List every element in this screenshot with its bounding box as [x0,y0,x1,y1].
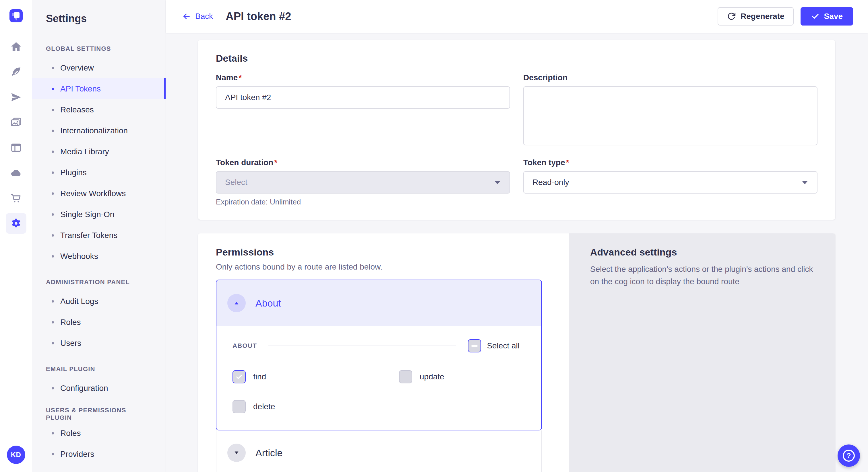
bullet-icon [52,387,54,390]
content-type-builder-layout-icon[interactable] [6,137,26,158]
chevron-down-icon [801,180,808,185]
token-type-label: Token type* [523,158,817,167]
permissions-heading: Permissions [216,247,542,258]
page-title: API token #2 [226,10,291,23]
name-input[interactable] [216,86,510,109]
select-all-control: Select all [468,339,520,352]
action-update: update [399,370,520,383]
strapi-logo-icon[interactable] [9,9,23,22]
sidebar-section-label: ADMINISTRATION PANEL [32,276,166,288]
sidebar-section-global-settings: GLOBAL SETTINGS Overview API Tokens Rele… [32,43,166,267]
sidebar-item-api-tokens[interactable]: API Tokens [32,78,166,99]
back-link[interactable]: Back [182,12,213,21]
arrow-left-icon [182,12,191,21]
name-field: Name* [216,73,510,146]
action-delete: delete [232,400,399,413]
sidebar-item-roles-up[interactable]: Roles [32,423,166,444]
bullet-icon [52,234,54,237]
sidebar-item-review-workflows[interactable]: Review Workflows [32,183,166,204]
permissions-panel: Permissions Only actions bound by a rout… [198,233,569,472]
rail-divider [0,31,32,31]
sidebar-item-audit-logs[interactable]: Audit Logs [32,291,166,312]
media-library-icon[interactable] [6,112,26,133]
sidebar-item-providers[interactable]: Providers [32,444,166,465]
page-header: Back API token #2 Regenerate Save [166,0,868,33]
bullet-icon [52,193,54,195]
update-checkbox[interactable] [399,370,412,383]
releases-paper-plane-icon[interactable] [6,87,26,107]
settings-sidebar: Settings GLOBAL SETTINGS Overview API To… [32,0,166,472]
article-accordion-header[interactable]: Article [216,430,541,472]
sidebar-section-users-permissions-plugin: USERS & PERMISSIONS PLUGIN Roles Provide… [32,408,166,465]
sidebar-section-email-plugin: EMAIL PLUGIN Configuration [32,363,166,399]
required-asterisk: * [239,73,242,82]
main-area: Back API token #2 Regenerate Save Detail… [166,0,868,472]
indeterminate-dash-icon [471,345,477,347]
bullet-icon [52,130,54,132]
settings-gear-icon[interactable] [6,213,26,234]
check-icon [811,12,819,21]
check-icon [235,373,243,381]
bullet-icon [52,321,54,324]
sidebar-item-users[interactable]: Users [32,333,166,353]
article-accordion: Article [216,430,542,472]
sidebar-item-roles-admin[interactable]: Roles [32,312,166,333]
about-accordion: About ABOUT Select all [216,279,542,430]
back-label: Back [195,12,213,21]
deploy-cloud-icon[interactable] [6,163,26,183]
bullet-icon [52,300,54,303]
token-duration-select[interactable]: Select [216,171,510,194]
bullet-icon [52,171,54,174]
bullet-icon [52,342,54,344]
sidebar-item-plugins[interactable]: Plugins [32,162,166,183]
sidebar-item-media-library[interactable]: Media Library [32,141,166,162]
sidebar-section-label: USERS & PERMISSIONS PLUGIN [32,408,166,420]
user-avatar[interactable]: KD [7,446,25,464]
find-checkbox[interactable] [232,370,246,383]
details-heading: Details [216,53,817,64]
rail-nav [6,36,26,238]
select-all-label: Select all [487,341,520,350]
token-type-field: Token type* Read-only [523,158,817,206]
token-type-select[interactable]: Read-only [523,171,817,194]
sidebar-item-transfer-tokens[interactable]: Transfer Tokens [32,225,166,246]
about-accordion-header[interactable]: About [216,280,541,326]
home-icon[interactable] [6,36,26,57]
app-root: KD Settings GLOBAL SETTINGS Overview API… [0,0,868,472]
rotate-cw-icon [727,12,736,21]
details-card: Details Name* Description [198,40,835,220]
section-divider [268,345,456,346]
advanced-settings-panel: Advanced settings Select the application… [569,233,835,472]
sidebar-item-overview[interactable]: Overview [32,57,166,78]
content-manager-feather-icon[interactable] [6,62,26,82]
about-accordion-body: ABOUT Select all [216,326,541,430]
about-accordion-title: About [255,298,281,309]
expand-chevron-down-icon[interactable] [227,444,246,462]
bullet-icon [52,213,54,216]
page-body: Details Name* Description [166,33,868,472]
advanced-settings-heading: Advanced settings [590,247,815,258]
sidebar-section-administration-panel: ADMINISTRATION PANEL Audit Logs Roles Us… [32,276,166,353]
bullet-icon [52,432,54,434]
sidebar-section-label: EMAIL PLUGIN [32,363,166,375]
bullet-icon [52,109,54,111]
chevron-down-icon [494,180,501,185]
save-button[interactable]: Save [801,7,853,26]
about-actions-grid: find update delete [232,370,520,413]
about-section-label: ABOUT [232,342,257,349]
sidebar-item-releases[interactable]: Releases [32,99,166,120]
sidebar-section-label: GLOBAL SETTINGS [32,43,166,55]
delete-checkbox[interactable] [232,400,246,413]
collapse-chevron-up-icon[interactable] [227,294,246,312]
select-all-checkbox[interactable] [468,339,481,352]
description-textarea[interactable] [523,86,817,145]
marketplace-cart-icon[interactable] [6,188,26,208]
sidebar-item-internationalization[interactable]: Internationalization [32,120,166,141]
help-button[interactable]: ? [838,444,860,467]
sidebar-item-configuration[interactable]: Configuration [32,378,166,399]
advanced-settings-text: Select the application's actions or the … [590,263,815,288]
bullet-icon [52,88,54,90]
sidebar-item-webhooks[interactable]: Webhooks [32,246,166,267]
sidebar-item-single-sign-on[interactable]: Single Sign-On [32,204,166,225]
regenerate-button[interactable]: Regenerate [718,7,794,26]
